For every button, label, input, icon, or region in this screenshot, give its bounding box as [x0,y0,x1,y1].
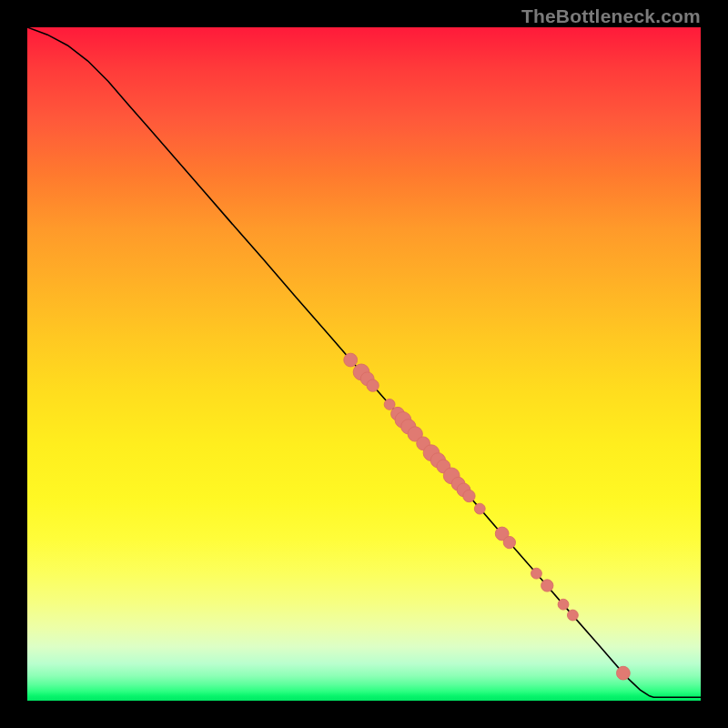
plot-area [27,27,701,701]
data-point [344,353,358,367]
data-point [567,610,578,621]
watermark-text: TheBottleneck.com [521,5,701,27]
bottleneck-curve [27,27,701,697]
chart-svg [27,27,701,701]
data-point [558,599,569,610]
chart-frame: TheBottleneck.com [0,0,728,728]
data-point [503,536,515,548]
data-point [617,666,631,680]
data-point [541,580,553,592]
data-point [367,379,379,391]
data-point [531,568,542,579]
data-point [474,503,485,514]
data-point [463,490,475,501]
